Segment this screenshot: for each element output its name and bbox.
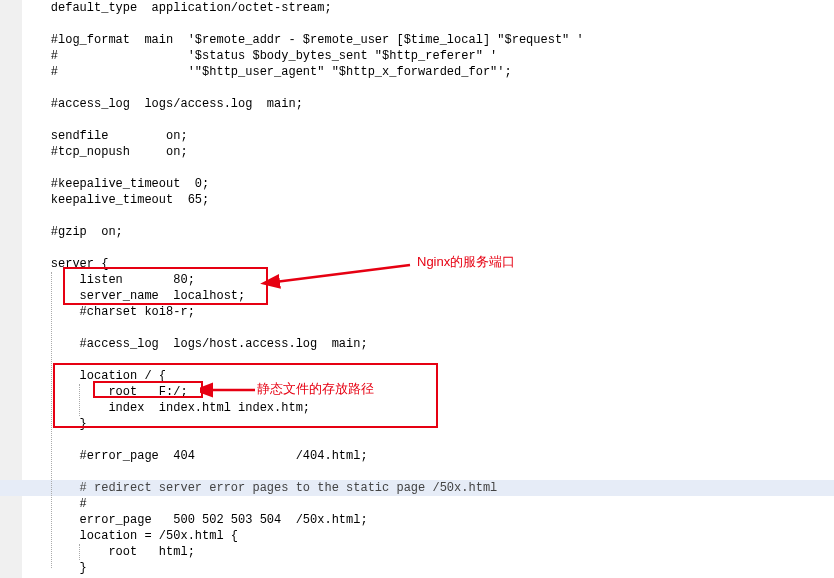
code-line[interactable]: # redirect server error pages to the sta… [22,480,834,496]
indent-guide [79,384,80,416]
code-line[interactable]: root html; [22,544,834,560]
code-line[interactable]: root F:/; [22,384,834,400]
code-line[interactable]: #access_log logs/host.access.log main; [22,336,834,352]
indent-guide [51,272,52,568]
code-line[interactable]: #error_page 404 /404.html; [22,448,834,464]
code-line[interactable]: listen 80; [22,272,834,288]
code-line[interactable]: } [22,416,834,432]
code-line[interactable]: server { [22,256,834,272]
code-line[interactable]: #keepalive_timeout 0; [22,176,834,192]
indent-guide [79,544,80,560]
code-line[interactable]: sendfile on; [22,128,834,144]
code-line[interactable]: #gzip on; [22,224,834,240]
code-content[interactable]: default_type application/octet-stream; #… [22,0,834,578]
code-line[interactable]: } [22,560,834,576]
code-line[interactable]: #log_format main '$remote_addr - $remote… [22,32,834,48]
code-editor[interactable]: default_type application/octet-stream; #… [0,0,834,578]
code-line[interactable]: #charset koi8-r; [22,304,834,320]
code-line[interactable]: default_type application/octet-stream; [22,0,834,16]
code-line[interactable]: #tcp_nopush on; [22,144,834,160]
code-line[interactable]: # '$status $body_bytes_sent "$http_refer… [22,48,834,64]
code-line[interactable]: # '"$http_user_agent" "$http_x_forwarded… [22,64,834,80]
code-line[interactable]: index index.html index.htm; [22,400,834,416]
code-line[interactable]: #access_log logs/access.log main; [22,96,834,112]
code-line[interactable]: # [22,496,834,512]
code-line[interactable]: location = /50x.html { [22,528,834,544]
code-line[interactable]: location / { [22,368,834,384]
code-line[interactable]: server_name localhost; [22,288,834,304]
code-line[interactable]: error_page 500 502 503 504 /50x.html; [22,512,834,528]
code-line[interactable]: keepalive_timeout 65; [22,192,834,208]
